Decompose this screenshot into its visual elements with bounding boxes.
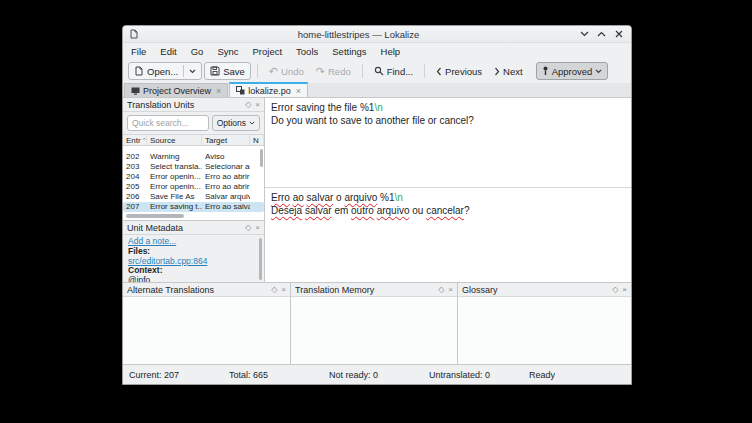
close-panel-icon[interactable]: ×: [448, 286, 453, 294]
text-token: ou: [409, 205, 426, 216]
horizontal-scrollbar[interactable]: [123, 213, 264, 220]
translation-memory-panel: Translation Memory ◇ ×: [291, 283, 458, 364]
translation-units-panel: Translation Units ◇ × Options: [123, 98, 264, 221]
translation-memory-header[interactable]: Translation Memory ◇ ×: [291, 283, 457, 297]
table-row[interactable]: 203Select transla...Selecionar ar...: [123, 162, 264, 172]
text-token: ao: [293, 192, 304, 203]
alternate-translations-header[interactable]: Alternate Translations ◇ ×: [123, 283, 290, 297]
table-cell: [250, 202, 264, 212]
save-icon: [210, 66, 220, 76]
table-row[interactable]: 207Error saving t...Erro ao salvar...: [123, 202, 264, 212]
tab-label: Project Overview: [143, 86, 211, 96]
float-panel-icon[interactable]: ◇: [271, 286, 277, 294]
open-button[interactable]: Open...: [128, 62, 202, 80]
scrollbar-thumb[interactable]: [126, 214, 184, 218]
close-panel-icon[interactable]: ×: [255, 101, 260, 109]
target-text-editor[interactable]: Erro ao salvar o arquivo %1\nDeseja salv…: [265, 188, 631, 282]
chevron-down-icon[interactable]: [595, 69, 602, 74]
menu-tools[interactable]: Tools: [296, 46, 318, 57]
close-panel-icon[interactable]: ×: [255, 224, 260, 232]
undo-icon: ↶: [269, 66, 278, 77]
vertical-scrollbar-thumb[interactable]: [259, 238, 262, 280]
table-cell: Save File As: [147, 192, 202, 202]
menu-edit[interactable]: Edit: [160, 46, 176, 57]
options-button[interactable]: Options: [212, 115, 260, 131]
menu-project[interactable]: Project: [253, 46, 283, 57]
tab-project-overview[interactable]: Project Overview ×: [124, 83, 228, 97]
menu-go[interactable]: Go: [191, 46, 204, 57]
tab-close-icon[interactable]: ×: [296, 86, 301, 96]
table-cell: [250, 172, 264, 182]
menu-file[interactable]: File: [131, 46, 146, 57]
menu-help[interactable]: Help: [381, 46, 401, 57]
table-cell: 207: [123, 202, 147, 212]
column-header-target[interactable]: Target: [202, 135, 250, 145]
minimize-button[interactable]: [578, 28, 591, 41]
text-token: %1: [377, 192, 394, 203]
table-cell: 206: [123, 192, 147, 202]
table-cell: 205: [123, 182, 147, 192]
panel-title: Translation Memory: [295, 285, 434, 295]
table-cell: Selecionar ar...: [202, 162, 250, 172]
status-not-ready: Not ready: 0: [329, 370, 429, 380]
menu-settings[interactable]: Settings: [332, 46, 366, 57]
alternate-translations-content: [123, 297, 290, 364]
context-value: @info: [128, 275, 150, 282]
menu-sync[interactable]: Sync: [217, 46, 238, 57]
vertical-scrollbar-thumb[interactable]: [260, 149, 263, 167]
unit-metadata-panel: Unit Metadata ◇ × Add a note... Files: s…: [123, 221, 264, 282]
approved-button[interactable]: Approved: [536, 62, 609, 80]
float-panel-icon[interactable]: ◇: [438, 286, 444, 294]
unit-metadata-header[interactable]: Unit Metadata ◇ ×: [123, 221, 264, 235]
undo-button[interactable]: ↶ Undo: [264, 62, 309, 80]
options-label: Options: [217, 118, 246, 128]
tab-lokalize-po[interactable]: lokalize.po ×: [229, 82, 308, 97]
close-panel-icon[interactable]: ×: [281, 286, 286, 294]
alternate-translations-panel: Alternate Translations ◇ ×: [123, 283, 291, 364]
next-button[interactable]: Next: [489, 62, 528, 80]
quick-search-input[interactable]: [127, 115, 209, 131]
translation-units-header[interactable]: Translation Units ◇ ×: [123, 98, 264, 112]
column-header-notes[interactable]: N: [250, 135, 264, 145]
close-panel-icon[interactable]: ×: [622, 286, 627, 294]
float-panel-icon[interactable]: ◇: [245, 224, 251, 232]
previous-label: Previous: [445, 66, 482, 77]
text-token: outro: [351, 205, 374, 216]
source-file-link[interactable]: src/editortab.cpp:864: [128, 256, 207, 266]
translation-memory-content: [291, 297, 457, 364]
editor-line: Do you want to save to another file or c…: [271, 114, 625, 127]
app-icon: [129, 29, 139, 39]
table-cell: Aviso: [202, 152, 250, 162]
table-row[interactable]: 205Error openin...Erro ao abrir ...: [123, 182, 264, 192]
float-panel-icon[interactable]: ◇: [612, 286, 618, 294]
table-row[interactable]: 206Save File AsSalvar arquiv...: [123, 192, 264, 202]
editor-line: Erro ao salvar o arquivo %1\n: [271, 191, 625, 204]
save-button[interactable]: Save: [204, 62, 251, 80]
table-cell: Select transla...: [147, 162, 202, 172]
add-note-link[interactable]: Add a note...: [128, 236, 176, 246]
glossary-header[interactable]: Glossary ◇ ×: [458, 283, 631, 297]
float-panel-icon[interactable]: ◇: [245, 101, 251, 109]
editor-line: Deseja salvar em outro arquivo ou cancel…: [271, 204, 625, 217]
table-row[interactable]: 204Error openin...Erro ao abrir ...: [123, 172, 264, 182]
search-row: Options: [123, 112, 264, 134]
column-header-source[interactable]: Source: [147, 135, 202, 145]
left-dock-column: Translation Units ◇ × Options: [123, 98, 265, 282]
chevron-down-icon[interactable]: [189, 69, 196, 74]
column-header-entry[interactable]: Entr ^: [123, 135, 147, 145]
table-cell: Error openin...: [147, 172, 202, 182]
maximize-button[interactable]: [595, 28, 608, 41]
text-token: salvar: [307, 192, 334, 203]
find-button[interactable]: Find...: [369, 62, 418, 80]
desktop-background: home-littlestripes — Lokalize File Edit …: [0, 0, 752, 423]
find-label: Find...: [387, 66, 413, 77]
menu-bar: File Edit Go Sync Project Tools Settings…: [123, 43, 631, 59]
title-bar[interactable]: home-littlestripes — Lokalize: [123, 26, 631, 43]
newline-tag: \n: [374, 102, 382, 113]
tab-close-icon[interactable]: ×: [216, 86, 221, 96]
close-button[interactable]: [612, 28, 625, 41]
redo-button[interactable]: ↷ Redo: [311, 62, 356, 80]
previous-button[interactable]: Previous: [431, 62, 487, 80]
panel-title: Unit Metadata: [127, 223, 241, 233]
table-row[interactable]: 202WarningAviso: [123, 152, 264, 162]
